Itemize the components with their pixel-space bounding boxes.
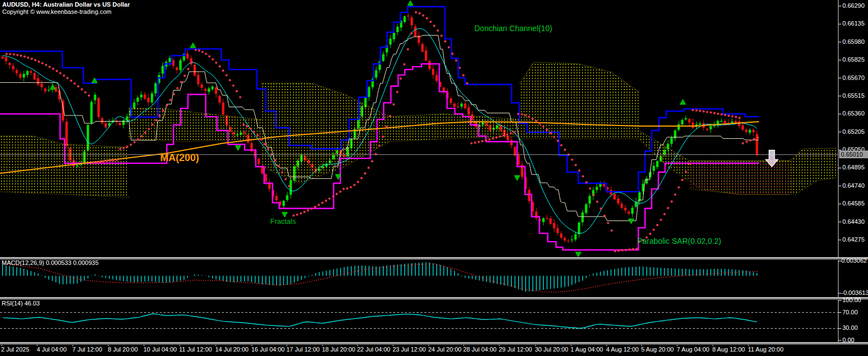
macd-panel [3, 262, 758, 292]
fractal-up-icon [408, 1, 413, 6]
donchian-channel-label: Donchian Channel(10) [474, 24, 552, 33]
fractal-down-icon [282, 212, 287, 217]
panel-separator[interactable] [0, 257, 868, 260]
kumo-cloud [690, 161, 790, 194]
fractal-down-icon [628, 219, 634, 224]
fractal-up-icon [92, 78, 97, 83]
rsi-indicator-label: RSI(14) 46.03 [2, 300, 39, 307]
ichimoku-kumo [0, 62, 837, 197]
chart-window: AUDUSD, H4: Australian Dollar vs US Doll… [0, 0, 868, 356]
fractal-down-icon [514, 176, 520, 180]
parabolic-sar-label: Parabolic SAR(0.02,0.2) [637, 237, 721, 245]
current-price-tag: 0.65010 [839, 151, 868, 158]
kumo-cloud [520, 62, 638, 139]
rsi-line [3, 314, 757, 328]
main-chart-layer [0, 1, 837, 257]
rsi-panel [0, 313, 838, 329]
fractal-up-icon [680, 99, 686, 104]
panel-separator[interactable] [0, 297, 868, 300]
price-scale[interactable] [839, 0, 868, 342]
fractal-down-icon [576, 252, 581, 257]
kumo-cloud [129, 108, 261, 142]
fractal-up-icon [50, 84, 56, 89]
fractal-up-icon [190, 43, 196, 48]
ma200-label: MA(200) [160, 152, 199, 164]
copyright-text: Copyright © www.keenbase-trading.com [2, 8, 111, 15]
symbol-title: AUDUSD, H4: Australian Dollar vs US Doll… [2, 1, 130, 8]
fractals-label: Fractals [270, 217, 296, 225]
chart-canvas[interactable] [0, 0, 868, 356]
fractal-down-icon [235, 146, 241, 151]
macd-indicator-label: MACD(12,26,9) 0.000533 0.000935 [2, 259, 98, 266]
time-scale[interactable] [0, 344, 868, 356]
